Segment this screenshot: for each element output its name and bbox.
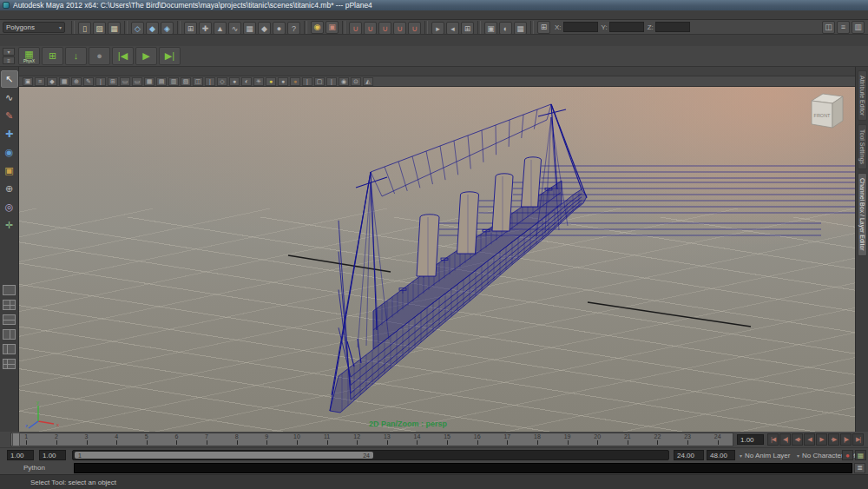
physx-rigid-body-icon[interactable]: ⊞	[42, 47, 63, 65]
paint-select-tool-icon[interactable]: ✎	[1, 107, 18, 124]
shelf-tab-menu-icon[interactable]: ▾	[3, 48, 15, 56]
show-tool-settings-icon[interactable]: ≡	[837, 21, 850, 34]
grid-toggle-icon[interactable]: ⊞	[108, 77, 118, 86]
frame-tick[interactable]: 5	[132, 433, 162, 446]
outliner-persp-layout-button[interactable]	[3, 359, 16, 369]
select-curves-icon[interactable]: ∿	[228, 22, 241, 35]
frame-tick[interactable]: 11	[312, 433, 342, 446]
show-channel-box-icon[interactable]: ▥	[852, 21, 865, 34]
rotate-tool-icon[interactable]: ◉	[1, 143, 18, 161]
range-track[interactable]: 1 24	[72, 450, 669, 460]
ipr-render-icon[interactable]: ◐	[499, 22, 512, 35]
frame-tick[interactable]: 6	[161, 433, 192, 446]
divider[interactable]	[424, 21, 428, 34]
divider[interactable]	[177, 21, 181, 34]
x-coordinate-input[interactable]	[563, 22, 598, 32]
command-line-language-label[interactable]: Python	[0, 464, 74, 472]
two-pane-stacked-layout-button[interactable]	[3, 314, 16, 325]
input-connections-icon[interactable]: ▸	[431, 22, 444, 35]
step-forward-key-button[interactable]: •▶	[828, 433, 839, 446]
frame-tick[interactable]: 3	[71, 433, 102, 446]
frame-tick[interactable]: 24	[702, 433, 733, 446]
wireframe-icon[interactable]: ◇	[217, 77, 227, 86]
soft-modification-tool-icon[interactable]: ◎	[1, 198, 18, 215]
frame-tick[interactable]: 18	[523, 433, 553, 446]
three-pane-layout-button[interactable]	[3, 344, 16, 354]
gate-mask-icon[interactable]: ▦	[144, 77, 155, 86]
physx-gravity-icon[interactable]: ↓	[65, 47, 87, 65]
select-camera-icon[interactable]: ▣	[23, 77, 33, 86]
divider[interactable]	[304, 21, 307, 34]
frame-tick[interactable]: 22	[642, 433, 673, 446]
divider[interactable]: |	[302, 77, 312, 86]
render-current-frame-icon[interactable]: ▣	[484, 22, 497, 35]
render-settings-icon[interactable]: ▦	[514, 22, 527, 35]
shaded-icon[interactable]: ●	[229, 77, 240, 86]
z-coordinate-input[interactable]	[655, 22, 690, 32]
physx-play-icon[interactable]: ▶	[135, 47, 157, 65]
titanic-wireframe-model[interactable]	[19, 87, 855, 432]
frame-tick[interactable]: 7	[192, 433, 222, 446]
grease-pencil-icon[interactable]: ✎	[83, 77, 94, 86]
frame-tick[interactable]: 23	[673, 433, 703, 446]
physx-sphere-icon[interactable]: ●	[89, 47, 110, 65]
select-surfaces-icon[interactable]: ▦	[243, 22, 256, 35]
show-manipulator-tool-icon[interactable]: ✛	[1, 216, 18, 234]
divider[interactable]	[342, 21, 345, 34]
frame-tick[interactable]: 8	[221, 433, 252, 446]
select-joints-icon[interactable]: ▲	[214, 22, 227, 35]
divider[interactable]: |	[95, 77, 106, 86]
camera-attributes-icon[interactable]: ≡	[35, 77, 45, 86]
frame-tick[interactable]: 21	[613, 433, 643, 446]
frame-tick[interactable]: 12	[342, 433, 372, 446]
frame-tick[interactable]: 9	[252, 433, 282, 446]
bronze-dot-icon[interactable]: ●	[290, 77, 300, 86]
resolution-gate-icon[interactable]: ▭	[132, 77, 142, 86]
playback-range-bar[interactable]: 1 24	[75, 452, 373, 459]
go-to-start-button[interactable]: |◀	[767, 433, 779, 446]
perspective-viewport[interactable]: FRONT x y z 2D Pan/Zoom : persp	[19, 87, 855, 432]
image-plane-icon[interactable]: ▦	[59, 77, 69, 86]
film-gate-icon[interactable]: ▭	[120, 77, 130, 86]
select-dynamics-icon[interactable]: ●	[273, 22, 286, 35]
animation-preferences-icon[interactable]: ▦	[855, 450, 866, 460]
move-tool-icon[interactable]: ✚	[1, 125, 18, 142]
view-cube[interactable]: FRONT	[805, 87, 852, 134]
select-handles-icon[interactable]: ✚	[199, 22, 212, 35]
snap-to-curves-icon[interactable]: ∪	[364, 22, 377, 35]
select-rendering-icon[interactable]: ?	[287, 22, 300, 35]
animation-start-field[interactable]: 1.00	[39, 450, 66, 460]
select-component-icon[interactable]: ◈	[161, 22, 174, 35]
safe-action-icon[interactable]: ▥	[168, 77, 179, 86]
current-frame-marker[interactable]	[12, 433, 20, 446]
step-back-frame-button[interactable]: ◀|	[779, 433, 791, 446]
highlight-selection-icon[interactable]: ▣	[326, 21, 339, 34]
divider[interactable]: |	[205, 77, 215, 86]
open-scene-icon[interactable]: ▨	[93, 22, 106, 35]
safe-title-icon[interactable]: ▧	[181, 77, 191, 86]
step-back-key-button[interactable]: ◀•	[792, 433, 803, 446]
use-all-lights-icon[interactable]: ✳	[253, 77, 264, 86]
exposure-icon[interactable]: ⊙	[351, 77, 361, 86]
playback-end-field[interactable]: 24.00	[674, 450, 704, 460]
time-slider-ruler[interactable]: 123456789101112131415161718192021222324	[10, 433, 733, 446]
four-pane-layout-button[interactable]	[3, 300, 16, 310]
frame-tick[interactable]: 13	[372, 433, 403, 446]
snap-to-points-icon[interactable]: ∪	[378, 22, 391, 35]
textured-icon[interactable]: ◐	[241, 77, 252, 86]
current-time-field[interactable]: 1.00	[737, 434, 764, 445]
y-coordinate-input[interactable]	[609, 22, 644, 32]
default-light-dot-icon[interactable]: ●	[266, 77, 276, 86]
physx-rewind-icon[interactable]: |◀	[112, 47, 134, 65]
select-object-icon[interactable]: ◆	[146, 22, 159, 35]
scale-tool-icon[interactable]: ▣	[1, 162, 18, 179]
field-chart-icon[interactable]: ▤	[156, 77, 167, 86]
frame-all-icon[interactable]: ◫	[193, 77, 203, 86]
new-scene-icon[interactable]: ▯	[78, 22, 91, 35]
isolate-select-icon[interactable]: ◉	[339, 77, 349, 86]
construction-history-icon[interactable]: ⊞	[461, 22, 474, 35]
menu-set-dropdown[interactable]: Polygons ▾	[3, 22, 65, 33]
xray-icon[interactable]: ▢	[314, 77, 325, 86]
step-forward-frame-button[interactable]: |▶	[840, 433, 852, 446]
frame-tick[interactable]: 2	[42, 433, 72, 446]
